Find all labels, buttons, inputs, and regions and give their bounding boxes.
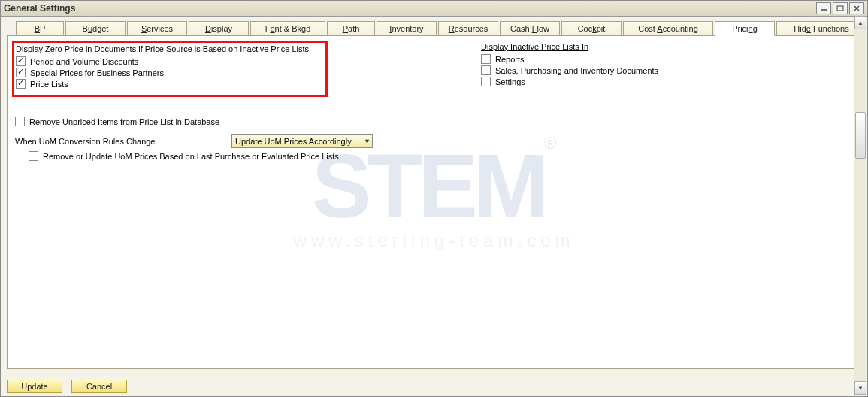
zero-price-checkbox-0[interactable]	[16, 56, 26, 66]
tab-6[interactable]: Inventory	[377, 21, 437, 36]
tab-5[interactable]: Path	[327, 21, 375, 36]
tab-11[interactable]: Pricing	[715, 21, 775, 36]
inactive-checkbox-2[interactable]	[481, 77, 491, 86]
uom-change-value: Update UoM Prices Accordingly	[235, 137, 352, 146]
scroll-up-button[interactable]: ▲	[854, 16, 866, 29]
remove-unpriced-checkbox[interactable]	[15, 117, 25, 126]
inactive-checkbox-1[interactable]	[481, 65, 491, 75]
inactive-row-1[interactable]: Sales, Purchasing and Inventory Document…	[481, 65, 853, 75]
inactive-row-0[interactable]: Reports	[481, 54, 853, 64]
uom-change-label: When UoM Conversion Rules Change	[15, 137, 231, 146]
uom-remove-label: Remove or Update UoM Prices Based on Las…	[43, 152, 339, 161]
inactive-label-2: Settings	[495, 77, 525, 86]
maximize-button[interactable]	[833, 2, 848, 14]
highlight-zero-price-section: Display Zero Price in Documents if Price…	[12, 41, 328, 97]
uom-remove-row[interactable]: Remove or Update UoM Prices Based on Las…	[29, 151, 481, 161]
zero-price-row-2[interactable]: Price Lists	[16, 79, 322, 89]
tab-4[interactable]: Font & Bkgd	[250, 21, 325, 36]
chevron-down-icon: ▼	[364, 138, 370, 145]
scroll-down-button[interactable]: ▼	[854, 381, 866, 395]
scroll-thumb[interactable]	[855, 112, 866, 159]
cancel-button[interactable]: Cancel	[71, 380, 127, 393]
tab-9[interactable]: Cockpit	[561, 21, 622, 36]
zero-price-label-1: Special Prices for Business Partners	[30, 68, 164, 77]
tab-8[interactable]: Cash Flow	[500, 21, 560, 36]
update-button[interactable]: Update	[7, 380, 62, 393]
zero-price-label-2: Price Lists	[30, 80, 68, 89]
svg-rect-1	[837, 6, 843, 11]
zero-price-row-1[interactable]: Special Prices for Business Partners	[16, 68, 322, 77]
scroll-track[interactable]	[854, 29, 866, 381]
zero-price-label-0: Period and Volume Discounts	[30, 57, 138, 66]
inactive-title: Display Inactive Price Lists In	[481, 42, 853, 51]
remove-unpriced-label: Remove Unpriced Items from Price List in…	[29, 117, 219, 126]
minimize-button[interactable]	[816, 2, 831, 14]
footer-buttons: Update Cancel	[7, 380, 127, 393]
tab-10[interactable]: Cost Accounting	[623, 21, 713, 36]
zero-price-title: Display Zero Price in Documents if Price…	[16, 44, 322, 53]
uom-remove-checkbox[interactable]	[29, 151, 38, 161]
tab-panel-pricing: STEM® www.sterling-team.com Display Zero…	[7, 35, 861, 369]
tab-bar: BPBudgetServicesDisplayFont & BkgdPathIn…	[1, 21, 867, 36]
tab-2[interactable]: Services	[127, 21, 187, 36]
zero-price-row-0[interactable]: Period and Volume Discounts	[16, 56, 322, 66]
inactive-row-2[interactable]: Settings	[481, 77, 853, 86]
tab-12[interactable]: Hide Functions	[776, 21, 866, 36]
zero-price-checkbox-1[interactable]	[16, 68, 26, 77]
tab-1[interactable]: Budget	[65, 21, 126, 36]
tab-3[interactable]: Display	[189, 21, 249, 36]
inactive-label-0: Reports	[495, 55, 525, 64]
tab-0[interactable]: BP	[16, 21, 64, 36]
uom-change-dropdown[interactable]: Update UoM Prices Accordingly ▼	[231, 134, 373, 148]
zero-price-checkbox-2[interactable]	[16, 79, 26, 89]
window-title: General Settings	[4, 3, 75, 14]
tab-7[interactable]: Resources	[438, 21, 498, 36]
close-button[interactable]	[849, 2, 864, 14]
vertical-scrollbar[interactable]: ▲ ▼	[854, 16, 866, 395]
inactive-label-1: Sales, Purchasing and Inventory Document…	[495, 66, 658, 75]
inactive-checkbox-0[interactable]	[481, 54, 491, 64]
titlebar: General Settings	[1, 1, 867, 17]
remove-unpriced-row[interactable]: Remove Unpriced Items from Price List in…	[15, 117, 481, 126]
